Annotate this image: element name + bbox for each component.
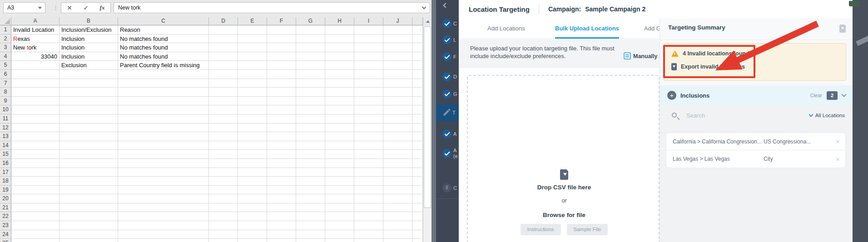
cell-J20[interactable]	[383, 194, 412, 203]
select-all-corner[interactable]	[0, 17, 11, 25]
cell-G1[interactable]	[296, 25, 325, 35]
cell-A22[interactable]	[11, 212, 60, 221]
cell-G10[interactable]	[296, 105, 325, 114]
cell-D8[interactable]	[209, 88, 238, 97]
cell-C9[interactable]	[118, 97, 209, 106]
cell-J18[interactable]	[383, 177, 412, 186]
cell-I8[interactable]	[354, 88, 383, 97]
sidebar-step-5[interactable]: G	[436, 85, 459, 103]
formula-input[interactable]	[114, 3, 405, 13]
cell-H13[interactable]	[325, 132, 354, 141]
row-header-8[interactable]: 8	[0, 88, 11, 97]
sample-file-button[interactable]: Sample File	[567, 224, 608, 235]
cell-partial-12[interactable]	[412, 123, 423, 133]
cell-G19[interactable]	[296, 186, 325, 195]
cell-E9[interactable]	[238, 97, 267, 106]
cell-G2[interactable]	[296, 35, 325, 44]
cell-E11[interactable]	[238, 114, 267, 123]
column-header-H[interactable]: H	[325, 17, 354, 25]
cell-F7[interactable]	[267, 79, 296, 88]
cell-I7[interactable]	[354, 79, 383, 88]
cell-D3[interactable]	[209, 43, 238, 52]
cell-partial-3[interactable]	[412, 43, 423, 52]
cell-G20[interactable]	[296, 194, 325, 203]
cell-partial-7[interactable]	[412, 79, 423, 88]
cell-E5[interactable]	[238, 61, 267, 70]
cell-D14[interactable]	[209, 141, 238, 150]
collapse-inclusions-icon[interactable]	[841, 92, 846, 97]
cell-J10[interactable]	[383, 105, 412, 114]
cell-E6[interactable]	[238, 70, 267, 79]
cell-partial-22[interactable]	[412, 212, 423, 221]
clear-inclusions-link[interactable]: Clear	[810, 93, 822, 98]
cell-D10[interactable]	[209, 105, 238, 114]
cell-J7[interactable]	[383, 79, 412, 88]
cell-partial-20[interactable]	[412, 194, 423, 203]
column-header-B[interactable]: B	[60, 17, 118, 25]
cell-partial-9[interactable]	[412, 97, 423, 106]
cell-I23[interactable]	[354, 221, 383, 230]
cell-A24[interactable]	[11, 230, 60, 239]
cell-J15[interactable]	[383, 150, 412, 159]
cell-B24[interactable]	[60, 230, 118, 239]
cell-J19[interactable]	[383, 186, 412, 195]
row-header-19[interactable]: 19	[0, 186, 11, 195]
cell-C15[interactable]	[118, 150, 209, 159]
cell-F23[interactable]	[267, 221, 296, 230]
cell-B13[interactable]	[60, 132, 118, 141]
instructions-button[interactable]: Instructions	[521, 224, 561, 235]
cell-E24[interactable]	[238, 230, 267, 239]
cell-G17[interactable]	[296, 168, 325, 177]
cell-D22[interactable]	[209, 212, 238, 221]
cell-J14[interactable]	[383, 141, 412, 150]
cell-D7[interactable]	[209, 79, 238, 88]
cell-partial-10[interactable]	[412, 105, 423, 114]
cell-F2[interactable]	[267, 35, 296, 44]
cell-partial-16[interactable]	[412, 159, 423, 168]
column-header-A[interactable]: A	[11, 17, 60, 25]
add-inclusion-icon[interactable]: +	[667, 91, 676, 100]
cell-B10[interactable]	[60, 105, 118, 114]
cell-B9[interactable]	[60, 97, 118, 106]
cell-D1[interactable]	[209, 25, 238, 35]
cell-I20[interactable]	[354, 194, 383, 203]
remove-location-icon[interactable]: ×	[836, 138, 840, 145]
cell-H7[interactable]	[325, 79, 354, 88]
cell-B12[interactable]	[60, 123, 118, 133]
cell-F14[interactable]	[267, 141, 296, 150]
cell-E7[interactable]	[238, 79, 267, 88]
sidebar-step-1[interactable]: C	[436, 15, 459, 32]
cell-D12[interactable]	[209, 123, 238, 133]
csv-dropzone[interactable]: Drop CSV file here or Browse for file In…	[467, 75, 660, 242]
cell-partial-25[interactable]	[412, 239, 423, 242]
column-header-F[interactable]: F	[267, 17, 296, 25]
cell-J4[interactable]	[383, 52, 412, 61]
cell-G12[interactable]	[296, 123, 325, 133]
cell-C22[interactable]	[118, 212, 209, 221]
cell-D4[interactable]	[209, 52, 238, 61]
row-header-21[interactable]: 21	[0, 203, 11, 212]
cell-partial-17[interactable]	[412, 168, 423, 177]
cell-D18[interactable]	[209, 177, 238, 186]
cell-C4[interactable]: No matches found	[118, 52, 209, 61]
cell-B7[interactable]	[60, 79, 118, 88]
cell-I22[interactable]	[354, 212, 383, 221]
cell-D5[interactable]	[209, 61, 238, 70]
cell-E10[interactable]	[238, 105, 267, 114]
cell-C10[interactable]	[118, 105, 209, 114]
cell-E22[interactable]	[238, 212, 267, 221]
cell-D21[interactable]	[209, 203, 238, 212]
cell-I5[interactable]	[354, 61, 383, 70]
cell-H11[interactable]	[325, 114, 354, 123]
cell-I24[interactable]	[354, 230, 383, 239]
cell-C21[interactable]	[118, 203, 209, 212]
vertical-scrollbar[interactable]	[423, 17, 432, 242]
cell-partial-21[interactable]	[412, 203, 423, 212]
cell-A25[interactable]	[11, 239, 60, 242]
cell-F25[interactable]	[267, 239, 296, 242]
cell-D24[interactable]	[209, 230, 238, 239]
cell-B1[interactable]: Inclusion/Exclusion	[60, 25, 118, 35]
row-header-11[interactable]: 11	[0, 114, 11, 123]
cell-J5[interactable]	[383, 61, 412, 70]
cell-I1[interactable]	[354, 25, 383, 35]
